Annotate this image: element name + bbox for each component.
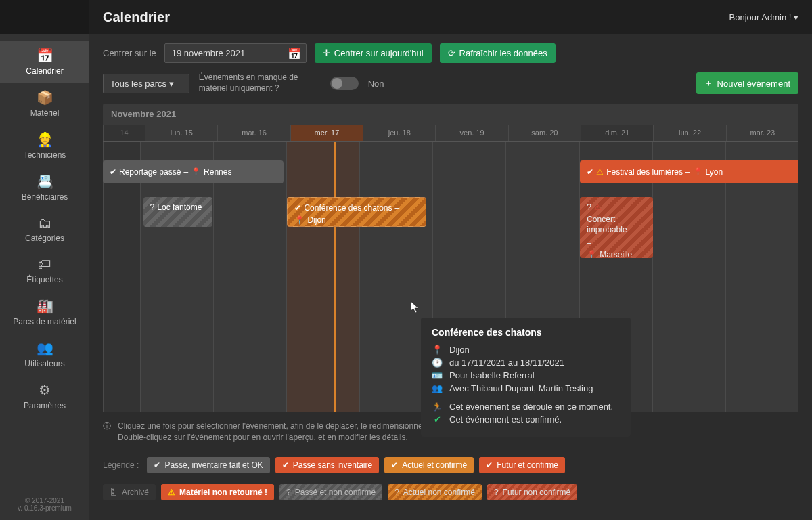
day-header-16: mar. 16 (217, 125, 290, 141)
day-header-17: mer. 17 (290, 125, 363, 141)
tooltip-title: Conférence des chatons (432, 327, 620, 338)
event-tooltip: Conférence des chatons 📍Dijon 🕑du 17/11/… (421, 318, 631, 437)
day-header-20: sam. 20 (508, 125, 581, 141)
tags-icon: 🏷 (3, 257, 86, 272)
legend-past-noinv: ✔Passé sans inventaire (275, 457, 379, 473)
calendar-icon: 📅 (3, 47, 86, 64)
industry-icon: 🏭 (3, 298, 86, 314)
day-header-21: dim. 21 (581, 125, 653, 141)
event-concert[interactable]: ? ⚠ Concert improbable – 📍 Marseille (580, 197, 653, 258)
check-icon: ✔ (154, 460, 160, 470)
question-icon: ? (494, 488, 499, 497)
logo-area (0, 0, 89, 34)
legend-archived: 🗄Archivé (103, 484, 156, 500)
info-icon: ⓘ (103, 420, 111, 443)
warning-icon: ⚠ (168, 488, 175, 497)
user-menu[interactable]: Bonjour Admin ! ▾ (729, 12, 798, 22)
day-header-15: lun. 15 (145, 125, 217, 141)
day-header-19: ven. 19 (435, 125, 508, 141)
check-icon: ✔ (486, 460, 493, 470)
question-icon: ? (587, 202, 591, 213)
clock-icon: 🕑 (432, 358, 443, 368)
nav-calendar[interactable]: 📅 Calendrier (0, 41, 89, 83)
check-icon: ✔ (294, 203, 301, 214)
nav-parcs[interactable]: 🏭 Parcs de matériel (0, 291, 89, 333)
question-icon: ? (394, 488, 399, 497)
map-pin-icon: 📍 (294, 215, 304, 226)
center-on-label: Centrer sur le (103, 48, 156, 58)
sidebar-footer: © 2017-2021 v. 0.16.3-premium (0, 492, 89, 520)
missing-filter-toggle[interactable] (330, 77, 359, 90)
event-reportage[interactable]: ✔ Reportage passé – 📍 Rennes (103, 160, 284, 183)
month-label: Novembre 2021 (103, 104, 798, 125)
sliders-icon: ⚙ (3, 382, 86, 398)
new-event-button[interactable]: ＋ Nouvel événement (696, 72, 798, 94)
sitemap-icon: 🗂 (3, 215, 86, 231)
page-title: Calendrier (103, 9, 170, 25)
center-today-button[interactable]: ✛ Centrer sur aujourd'hui (315, 43, 432, 63)
address-book-icon: 📇 (3, 173, 86, 190)
check-icon: ✔ (282, 460, 289, 470)
map-pin-icon: 📍 (191, 167, 201, 177)
legend-current-unconf: ?Actuel non confirmé (388, 484, 482, 500)
map-pin-icon: 📍 (432, 345, 443, 355)
map-pin-icon: 📍 (587, 250, 597, 258)
legend-label: Légende : (103, 460, 139, 470)
legend-past-unconf: ?Passé et non confirmé (279, 484, 382, 500)
missing-filter-label: Événements en manque de matériel uniquem… (199, 72, 321, 93)
check-icon: ✔ (587, 167, 593, 177)
users-icon: 👥 (432, 383, 443, 393)
legend-not-returned: ⚠Matériel non retourné ! (161, 484, 274, 500)
refresh-button[interactable]: ⟳ Rafraîchir les données (440, 43, 556, 63)
legend-current-conf: ✔Actuel et confirmé (384, 457, 474, 473)
warning-icon: ⚠ (596, 167, 604, 177)
day-header-22: lun. 22 (653, 125, 725, 141)
check-icon: ✔ (110, 167, 116, 177)
event-conference[interactable]: ✔ Conférence des chatons – 📍 Dijon (287, 197, 426, 227)
check-icon: ✔ (391, 460, 398, 470)
center-date-input[interactable] (164, 43, 307, 63)
nav-categories[interactable]: 🗂 Catégories (0, 209, 89, 250)
event-festival[interactable]: ✔ ⚠ Festival des lumières – 📍 Lyon (580, 160, 798, 183)
archive-icon: 🗄 (110, 488, 118, 497)
users-cog-icon: 👥 (3, 340, 86, 356)
legend-future-unconf: ?Futur non confirmé (487, 484, 577, 500)
plus-icon: ＋ (704, 77, 713, 89)
people-carry-icon: 👷 (3, 131, 86, 148)
running-icon: 🏃 (432, 402, 443, 412)
nav-parametres[interactable]: ⚙ Paramètres (0, 375, 89, 417)
nav-techniciens[interactable]: 👷 Techniciens (0, 125, 89, 167)
crosshair-icon: ✛ (323, 48, 330, 58)
toggle-value-text: Non (368, 79, 384, 89)
nav-materiel[interactable]: 📦 Matériel (0, 83, 89, 125)
day-header-18: jeu. 18 (363, 125, 435, 141)
map-pin-icon: 📍 (693, 167, 703, 177)
check-icon: ✔ (432, 414, 443, 425)
day-header-23: mar. 23 (726, 125, 798, 141)
question-icon: ? (150, 202, 155, 213)
box-icon: 📦 (3, 89, 86, 106)
question-icon: ? (286, 488, 291, 497)
refresh-icon: ⟳ (448, 48, 455, 58)
event-loc[interactable]: ? Loc fantôme (143, 197, 213, 227)
legend-future-conf: ✔Futur et confirmé (479, 457, 565, 473)
id-card-icon: 🪪 (432, 370, 443, 381)
nav-utilisateurs[interactable]: 👥 Utilisateurs (0, 333, 89, 375)
chevron-down-icon: ▾ (794, 12, 798, 22)
warning-icon: ⚠ (594, 202, 602, 213)
day-header-14: 14 (103, 125, 145, 141)
nav-etiquettes[interactable]: 🏷 Étiquettes (0, 250, 89, 291)
nav-beneficiaires[interactable]: 📇 Bénéficiaires (0, 167, 89, 209)
park-select[interactable]: Tous les parcs ▾ (103, 74, 189, 93)
legend-past-ok: ✔Passé, inventaire fait et OK (147, 457, 269, 473)
